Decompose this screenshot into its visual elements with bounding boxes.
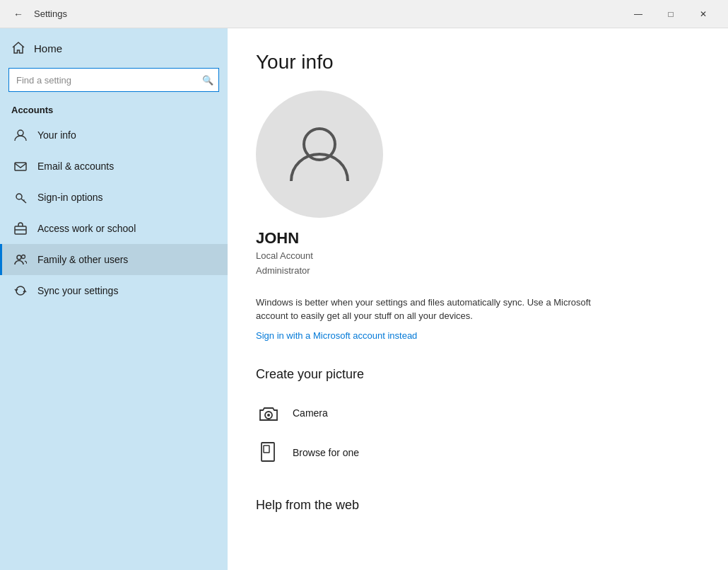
svg-point-0 (18, 130, 23, 136)
home-label: Home (34, 42, 62, 54)
main-content: Your info JOHN Local Account Administrat… (228, 28, 728, 570)
sync-settings-label: Sync your settings (37, 285, 118, 296)
camera-icon (256, 400, 281, 426)
your-info-label: Your info (37, 129, 76, 141)
app-title: Settings (34, 8, 622, 19)
person-icon (13, 128, 28, 142)
browse-icon (256, 440, 281, 465)
window-controls: — □ ✕ (622, 0, 720, 28)
svg-point-2 (16, 194, 22, 199)
sidebar-item-email-accounts[interactable]: Email & accounts (0, 151, 228, 182)
sidebar-home-button[interactable]: Home (0, 34, 228, 62)
svg-rect-11 (264, 446, 269, 453)
help-title: Help from the web (256, 498, 700, 513)
family-users-label: Family & other users (37, 254, 128, 265)
browse-label: Browse for one (293, 447, 359, 458)
browse-option[interactable]: Browse for one (256, 433, 700, 472)
title-bar: ← Settings — □ ✕ (0, 0, 728, 28)
svg-point-6 (22, 255, 25, 259)
search-icon: 🔍 (202, 75, 213, 86)
search-container: 🔍 (8, 68, 219, 92)
home-icon (11, 41, 25, 55)
maximize-button[interactable]: □ (654, 0, 687, 28)
sidebar-item-work-school[interactable]: Access work or school (0, 213, 228, 244)
camera-option[interactable]: Camera (256, 393, 700, 433)
sidebar-item-sign-in[interactable]: Sign-in options (0, 182, 228, 213)
user-name: JOHN (256, 229, 700, 248)
sync-message: Windows is better when your settings and… (256, 296, 595, 323)
sidebar-item-sync-settings[interactable]: Sync your settings (0, 275, 228, 306)
search-input[interactable] (8, 68, 219, 92)
ms-account-link[interactable]: Sign in with a Microsoft account instead (256, 330, 417, 341)
sidebar-item-your-info[interactable]: Your info (0, 120, 228, 151)
sign-in-label: Sign-in options (37, 192, 103, 203)
svg-point-5 (17, 255, 21, 260)
svg-rect-1 (15, 163, 26, 170)
email-icon (13, 159, 28, 173)
people-icon (13, 252, 28, 267)
sidebar: Home 🔍 Accounts Your info Em (0, 28, 228, 570)
back-button[interactable]: ← (8, 4, 28, 24)
key-icon (13, 190, 28, 204)
app-body: Home 🔍 Accounts Your info Em (0, 28, 728, 570)
create-picture-title: Create your picture (256, 367, 700, 382)
page-title: Your info (256, 51, 700, 74)
account-type: Local Account Administrator (256, 249, 700, 279)
camera-label: Camera (293, 407, 328, 419)
close-button[interactable]: ✕ (687, 0, 720, 28)
briefcase-icon (13, 221, 28, 235)
avatar (256, 91, 383, 218)
sync-icon (13, 284, 28, 298)
minimize-button[interactable]: — (622, 0, 654, 28)
work-school-label: Access work or school (37, 223, 136, 234)
avatar-icon (284, 117, 355, 191)
email-accounts-label: Email & accounts (37, 161, 114, 172)
sidebar-item-family-users[interactable]: Family & other users (0, 244, 228, 275)
sidebar-section-label: Accounts (0, 98, 228, 120)
svg-point-9 (267, 414, 270, 417)
